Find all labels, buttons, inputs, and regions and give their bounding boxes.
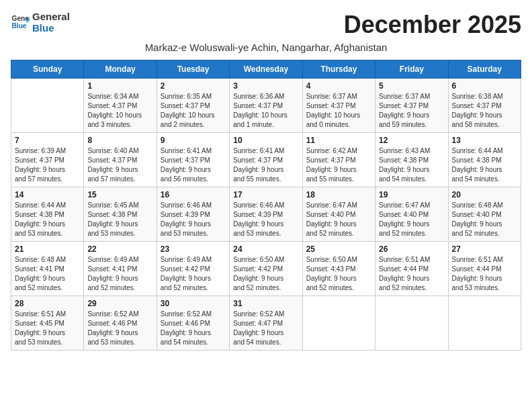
day-number: 13 bbox=[452, 136, 517, 145]
day-info: Sunrise: 6:52 AM Sunset: 4:46 PM Dayligh… bbox=[161, 310, 226, 347]
day-cell: 7Sunrise: 6:39 AM Sunset: 4:37 PM Daylig… bbox=[11, 133, 84, 187]
day-cell: 18Sunrise: 6:47 AM Sunset: 4:40 PM Dayli… bbox=[302, 187, 375, 242]
day-info: Sunrise: 6:52 AM Sunset: 4:47 PM Dayligh… bbox=[233, 310, 298, 347]
day-info: Sunrise: 6:37 AM Sunset: 4:37 PM Dayligh… bbox=[379, 92, 444, 130]
day-info: Sunrise: 6:49 AM Sunset: 4:41 PM Dayligh… bbox=[87, 255, 152, 293]
weekday-header-sunday: Sunday bbox=[11, 60, 84, 79]
day-info: Sunrise: 6:44 AM Sunset: 4:38 PM Dayligh… bbox=[15, 201, 80, 238]
day-cell: 3Sunrise: 6:36 AM Sunset: 4:37 PM Daylig… bbox=[230, 79, 302, 133]
page-container: General Blue General Blue December 2025 … bbox=[11, 11, 521, 351]
day-info: Sunrise: 6:45 AM Sunset: 4:38 PM Dayligh… bbox=[87, 201, 152, 238]
day-cell: 16Sunrise: 6:46 AM Sunset: 4:39 PM Dayli… bbox=[157, 187, 229, 242]
week-row-4: 21Sunrise: 6:48 AM Sunset: 4:41 PM Dayli… bbox=[11, 242, 521, 296]
week-row-1: 1Sunrise: 6:34 AM Sunset: 4:37 PM Daylig… bbox=[11, 79, 521, 133]
day-info: Sunrise: 6:43 AM Sunset: 4:38 PM Dayligh… bbox=[379, 146, 444, 184]
day-cell: 30Sunrise: 6:52 AM Sunset: 4:46 PM Dayli… bbox=[157, 296, 229, 351]
day-number: 22 bbox=[87, 244, 152, 254]
day-cell: 6Sunrise: 6:38 AM Sunset: 4:37 PM Daylig… bbox=[448, 79, 521, 133]
day-cell: 28Sunrise: 6:51 AM Sunset: 4:45 PM Dayli… bbox=[11, 296, 84, 351]
day-cell: 22Sunrise: 6:49 AM Sunset: 4:41 PM Dayli… bbox=[84, 242, 157, 296]
day-cell bbox=[302, 296, 375, 351]
day-cell: 9Sunrise: 6:41 AM Sunset: 4:37 PM Daylig… bbox=[157, 133, 229, 187]
logo-general: General bbox=[32, 11, 70, 22]
day-info: Sunrise: 6:44 AM Sunset: 4:38 PM Dayligh… bbox=[452, 146, 517, 184]
weekday-header-tuesday: Tuesday bbox=[157, 60, 229, 79]
day-cell: 1Sunrise: 6:34 AM Sunset: 4:37 PM Daylig… bbox=[84, 79, 157, 133]
day-info: Sunrise: 6:46 AM Sunset: 4:39 PM Dayligh… bbox=[233, 201, 298, 238]
day-number: 8 bbox=[87, 136, 152, 145]
day-cell: 14Sunrise: 6:44 AM Sunset: 4:38 PM Dayli… bbox=[11, 187, 84, 242]
day-number: 26 bbox=[379, 244, 444, 254]
header: General Blue General Blue December 2025 bbox=[11, 11, 521, 39]
day-number: 18 bbox=[306, 190, 371, 199]
logo: General Blue General Blue bbox=[11, 11, 70, 34]
day-info: Sunrise: 6:41 AM Sunset: 4:37 PM Dayligh… bbox=[161, 146, 226, 184]
day-info: Sunrise: 6:47 AM Sunset: 4:40 PM Dayligh… bbox=[379, 201, 444, 238]
day-number: 2 bbox=[161, 81, 226, 91]
svg-text:Blue: Blue bbox=[12, 22, 27, 30]
month-title: December 2025 bbox=[344, 11, 521, 39]
day-info: Sunrise: 6:51 AM Sunset: 4:44 PM Dayligh… bbox=[452, 255, 517, 293]
day-info: Sunrise: 6:38 AM Sunset: 4:37 PM Dayligh… bbox=[452, 92, 517, 130]
day-cell: 10Sunrise: 6:41 AM Sunset: 4:37 PM Dayli… bbox=[230, 133, 302, 187]
day-number: 24 bbox=[233, 244, 298, 254]
day-number: 15 bbox=[87, 190, 152, 199]
day-number: 10 bbox=[233, 136, 298, 145]
day-cell bbox=[448, 296, 521, 351]
weekday-header-monday: Monday bbox=[84, 60, 157, 79]
day-cell: 4Sunrise: 6:37 AM Sunset: 4:37 PM Daylig… bbox=[302, 79, 375, 133]
day-cell: 29Sunrise: 6:52 AM Sunset: 4:46 PM Dayli… bbox=[84, 296, 157, 351]
day-cell: 21Sunrise: 6:48 AM Sunset: 4:41 PM Dayli… bbox=[11, 242, 84, 296]
day-cell: 5Sunrise: 6:37 AM Sunset: 4:37 PM Daylig… bbox=[375, 79, 448, 133]
day-number: 5 bbox=[379, 81, 444, 91]
day-number: 25 bbox=[306, 244, 371, 254]
day-number: 11 bbox=[306, 136, 371, 145]
day-cell bbox=[11, 79, 84, 133]
day-cell: 15Sunrise: 6:45 AM Sunset: 4:38 PM Dayli… bbox=[84, 187, 157, 242]
day-number: 3 bbox=[233, 81, 298, 91]
day-cell: 20Sunrise: 6:48 AM Sunset: 4:40 PM Dayli… bbox=[448, 187, 521, 242]
day-number: 14 bbox=[15, 190, 80, 199]
day-cell: 19Sunrise: 6:47 AM Sunset: 4:40 PM Dayli… bbox=[375, 187, 448, 242]
day-info: Sunrise: 6:41 AM Sunset: 4:37 PM Dayligh… bbox=[233, 146, 298, 184]
day-info: Sunrise: 6:51 AM Sunset: 4:45 PM Dayligh… bbox=[15, 310, 80, 347]
day-info: Sunrise: 6:40 AM Sunset: 4:37 PM Dayligh… bbox=[87, 146, 152, 184]
day-info: Sunrise: 6:50 AM Sunset: 4:42 PM Dayligh… bbox=[233, 255, 298, 293]
day-cell: 8Sunrise: 6:40 AM Sunset: 4:37 PM Daylig… bbox=[84, 133, 157, 187]
weekday-header-wednesday: Wednesday bbox=[230, 60, 302, 79]
day-info: Sunrise: 6:49 AM Sunset: 4:42 PM Dayligh… bbox=[161, 255, 226, 293]
day-info: Sunrise: 6:42 AM Sunset: 4:37 PM Dayligh… bbox=[306, 146, 371, 184]
day-number: 12 bbox=[379, 136, 444, 145]
day-cell: 2Sunrise: 6:35 AM Sunset: 4:37 PM Daylig… bbox=[157, 79, 229, 133]
day-number: 23 bbox=[161, 244, 226, 254]
day-cell: 27Sunrise: 6:51 AM Sunset: 4:44 PM Dayli… bbox=[448, 242, 521, 296]
week-row-2: 7Sunrise: 6:39 AM Sunset: 4:37 PM Daylig… bbox=[11, 133, 521, 187]
day-cell bbox=[375, 296, 448, 351]
day-info: Sunrise: 6:46 AM Sunset: 4:39 PM Dayligh… bbox=[161, 201, 226, 238]
day-cell: 17Sunrise: 6:46 AM Sunset: 4:39 PM Dayli… bbox=[230, 187, 302, 242]
day-number: 21 bbox=[15, 244, 80, 254]
day-number: 17 bbox=[233, 190, 298, 199]
day-number: 4 bbox=[306, 81, 371, 91]
day-cell: 23Sunrise: 6:49 AM Sunset: 4:42 PM Dayli… bbox=[157, 242, 229, 296]
logo-blue: Blue bbox=[32, 22, 70, 34]
day-info: Sunrise: 6:35 AM Sunset: 4:37 PM Dayligh… bbox=[161, 92, 226, 130]
day-info: Sunrise: 6:52 AM Sunset: 4:46 PM Dayligh… bbox=[87, 310, 152, 347]
day-info: Sunrise: 6:48 AM Sunset: 4:40 PM Dayligh… bbox=[452, 201, 517, 238]
weekday-header-row: SundayMondayTuesdayWednesdayThursdayFrid… bbox=[11, 60, 521, 79]
day-number: 1 bbox=[87, 81, 152, 91]
day-number: 16 bbox=[161, 190, 226, 199]
day-number: 19 bbox=[379, 190, 444, 199]
weekday-header-friday: Friday bbox=[375, 60, 448, 79]
day-cell: 26Sunrise: 6:51 AM Sunset: 4:44 PM Dayli… bbox=[375, 242, 448, 296]
day-info: Sunrise: 6:37 AM Sunset: 4:37 PM Dayligh… bbox=[306, 92, 371, 130]
day-cell: 11Sunrise: 6:42 AM Sunset: 4:37 PM Dayli… bbox=[302, 133, 375, 187]
day-info: Sunrise: 6:50 AM Sunset: 4:43 PM Dayligh… bbox=[306, 255, 371, 293]
day-number: 28 bbox=[15, 299, 80, 308]
day-number: 9 bbox=[161, 136, 226, 145]
day-number: 27 bbox=[452, 244, 517, 254]
day-info: Sunrise: 6:47 AM Sunset: 4:40 PM Dayligh… bbox=[306, 201, 371, 238]
calendar-table: SundayMondayTuesdayWednesdayThursdayFrid… bbox=[11, 60, 521, 351]
day-cell: 25Sunrise: 6:50 AM Sunset: 4:43 PM Dayli… bbox=[302, 242, 375, 296]
weekday-header-saturday: Saturday bbox=[448, 60, 521, 79]
